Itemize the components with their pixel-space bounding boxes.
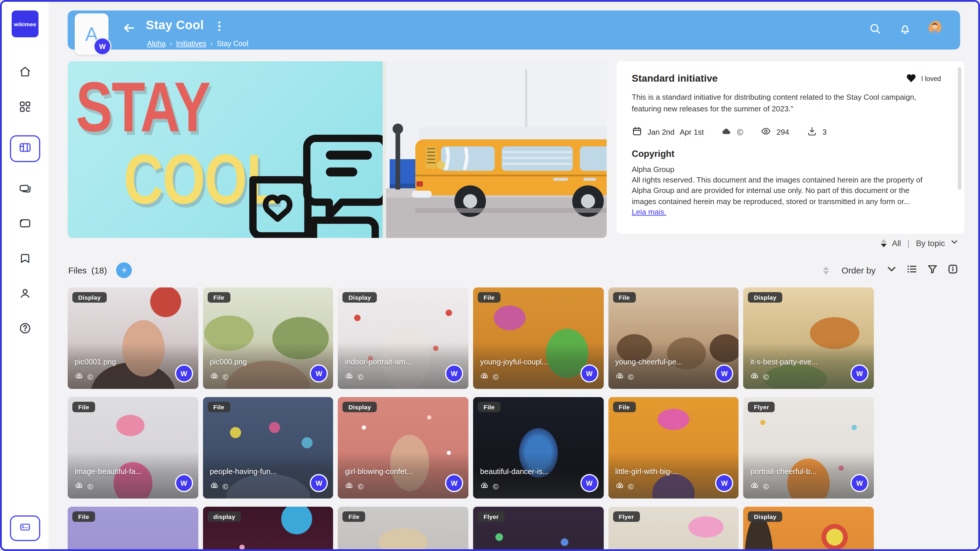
scope-all[interactable]: All [892,238,901,248]
sidebar-item-initiatives[interactable] [10,135,40,162]
file-type-badge: File [613,402,636,412]
file-card[interactable]: Display pic0001.png © W [68,287,198,389]
top-bar: A W Stay Cool Alpha › Initiatives › Stay… [68,11,960,49]
file-card[interactable]: Display © W [743,507,874,551]
file-type-badge: Flyer [613,511,640,522]
sidebar-item-apps[interactable] [18,100,33,116]
chat-hearts-illustration [247,124,393,238]
wikimee-logo[interactable]: wikimee [12,11,38,37]
cloud-lock-icon [480,372,489,383]
card-footer: it-s-best-party-eve... © [743,342,874,389]
profile-icon [19,287,32,302]
workspace-badge: W [445,364,463,383]
copyright-owner: Alpha Group [632,165,949,174]
list-view-icon[interactable] [907,264,918,277]
card-footer: young-joyful-coupl... © [473,342,603,389]
workspace-badge: W [93,37,111,56]
file-card[interactable]: File © W [338,507,468,551]
copyright-icon: © [223,373,228,381]
user-avatar[interactable] [928,21,947,40]
chevron-down-icon[interactable] [950,238,958,248]
cloud-lock-icon [480,481,489,492]
arrow-left-icon [121,27,137,37]
file-card[interactable]: Display girl-blowing-confet... © W [338,397,468,499]
bell-icon[interactable] [898,22,912,38]
sidebar-item-console[interactable] [10,515,40,541]
views-count: 294 [776,128,789,137]
sidebar-item-bookmarks[interactable] [18,252,33,267]
file-type-badge: Display [72,292,107,303]
bookmark-icon [19,252,32,267]
sidebar-item-home[interactable] [18,65,33,81]
file-card[interactable]: Flyer © W [608,507,738,551]
initiative-info-panel: Standard initiative I loved This is a st… [617,61,964,234]
copyright-icon: © [358,373,363,381]
read-more-link[interactable]: Leia mais. [632,208,667,217]
file-card[interactable]: File image-beautiful-fa... © W [68,397,198,499]
chevron-down-icon[interactable] [886,264,897,277]
card-footer: image-beautiful-fa... © [68,452,198,499]
card-footer: girl-blowing-confet... © [338,452,468,499]
file-card[interactable]: File beautiful-dancer-is... © W [473,397,603,499]
download-icon [807,126,817,138]
file-card[interactable]: File young-cheerful-pe... © W [608,287,738,389]
card-footer: indoor-portrait-am... © [338,342,468,389]
file-card[interactable]: File people-having-fun... © W [203,397,333,499]
file-name: pic000.png [210,357,321,366]
file-type-badge: Display [343,292,377,303]
copyright-icon: © [88,483,93,491]
breadcrumb-initiatives[interactable]: Initiatives [176,40,206,48]
files-count: (18) [91,265,107,275]
copyright-icon: © [493,373,498,381]
kebab-menu-button[interactable] [215,20,224,33]
back-button[interactable] [121,21,137,36]
order-by-label[interactable]: Order by [842,265,876,275]
sidebar-item-help[interactable] [18,322,33,337]
file-card[interactable]: Flyer portrait-cheerful-b... © W [743,397,874,499]
cloud-lock-icon [210,372,218,383]
workspace-badge: W [580,364,598,383]
layers-icon [19,182,32,197]
sidebar-item-assets[interactable] [18,217,33,232]
scope-by-topic[interactable]: By topic [916,238,945,248]
breadcrumb-alpha[interactable]: Alpha [147,40,165,48]
copyright-icon: © [763,483,769,491]
file-type-badge: Flyer [748,402,775,412]
file-card[interactable]: Display it-s-best-party-eve... © W [743,287,874,389]
panel-scrollbar[interactable] [958,67,961,189]
filter-funnel-icon[interactable] [927,264,938,277]
sort-arrows-icon[interactable] [881,239,887,247]
breadcrumb: Alpha › Initiatives › Stay Cool [147,40,248,48]
app-window: wikimee [0,0,980,551]
file-card[interactable]: File young-joyful-coupl... © W [473,287,603,389]
copyright-body: All rights reserved. This document and t… [632,176,923,206]
file-type-badge: Flyer [478,511,504,522]
file-type-badge: File [72,402,95,412]
sidebar-item-collections[interactable] [18,182,33,197]
copyright-icon: © [88,373,93,381]
heart-icon[interactable] [906,73,916,84]
sidebar-item-profile[interactable] [18,287,33,302]
files-label: Files [68,265,87,275]
file-card[interactable]: Flyer © W [473,507,603,551]
cloud-lock-icon [751,372,759,383]
file-card[interactable]: display © W [203,507,333,551]
cloud-icon [721,126,732,138]
initiative-banner: STAY COOL [68,61,607,238]
info-icon[interactable] [947,264,958,277]
file-type-badge: Display [343,402,377,412]
workspace-badge: W [175,474,193,492]
workspace-badge: W [851,474,869,492]
search-icon[interactable] [869,22,882,38]
add-file-button[interactable]: + [116,262,132,278]
cloud-lock-icon [615,372,624,383]
copyright-icon: © [628,373,633,381]
cloud-lock-icon [751,481,759,492]
file-card[interactable]: File little-girl-with-big-... © W [608,397,738,499]
file-card[interactable]: File pic000.png © W [203,287,333,389]
order-sort-icon[interactable] [823,266,829,274]
file-card[interactable]: Display indoor-portrait-am... © W [338,287,468,389]
card-footer: pic0001.png © [68,342,198,389]
workspace-badge: W [445,474,463,492]
file-card[interactable]: File © W [68,507,198,551]
